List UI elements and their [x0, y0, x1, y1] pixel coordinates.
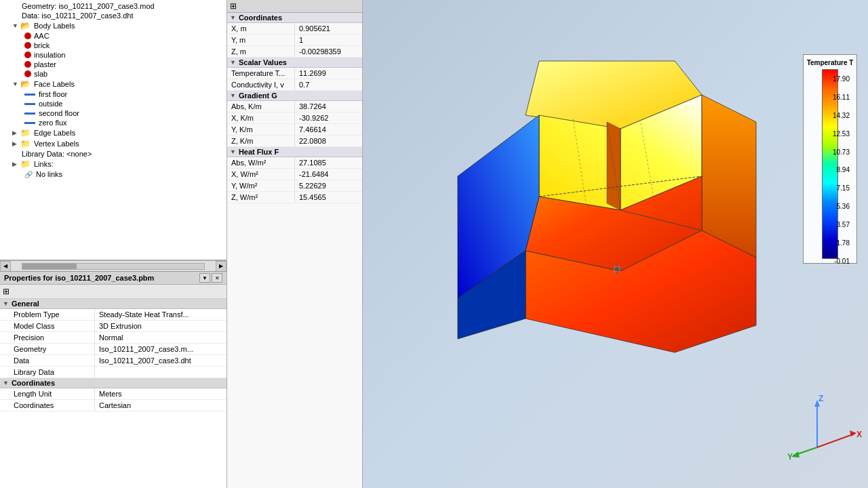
- tree-item-body-labels[interactable]: ▼📂Body Labels: [0, 20, 226, 31]
- data-key: X, m: [227, 23, 295, 34]
- blueline-icon: [24, 103, 35, 105]
- coordinate-axes: Z X Y: [783, 393, 865, 461]
- prop-icon: ⊞: [3, 287, 9, 296]
- tree-item-brick[interactable]: brick: [0, 41, 226, 50]
- data-val: -30.9262: [295, 113, 332, 123]
- prop-key: Length Unit: [0, 388, 95, 399]
- properties-header: Properties for iso_10211_2007_case3.pbm …: [0, 272, 226, 285]
- data-section-header[interactable]: ▼Heat Flux F: [227, 147, 362, 157]
- tree-item-outside[interactable]: outside: [0, 99, 226, 108]
- tree-item-insulation[interactable]: insulation: [0, 50, 226, 60]
- section-expand-icon: ▼: [3, 300, 9, 307]
- model-viewport-svg: [417, 41, 810, 447]
- data-val: 22.0808: [295, 136, 330, 146]
- folder-icon: 📂: [20, 21, 31, 30]
- prop-val: Meters: [95, 388, 126, 399]
- data-key: X, W/m²: [227, 169, 295, 180]
- prop-key: Coordinates: [0, 400, 95, 411]
- data-key: Abs, W/m²: [227, 157, 295, 168]
- data-val: 7.46614: [295, 124, 330, 135]
- tree-item-label: Geometry: iso_10211_2007_case3.mod: [22, 2, 155, 10]
- legend-value: 7.15: [833, 184, 850, 192]
- data-key: Y, m: [227, 35, 295, 45]
- tree-item-links[interactable]: ▶📁Links:: [0, 159, 226, 169]
- data-section-title: Heat Flux F: [239, 148, 279, 156]
- data-row: X, W/m²-21.6484: [227, 169, 362, 180]
- scrollbar-track[interactable]: [22, 263, 205, 270]
- data-expand-icon: ▼: [230, 148, 236, 155]
- tree-item-no-links[interactable]: 🔗No links: [0, 169, 226, 179]
- prop-key: Problem Type: [0, 309, 95, 320]
- tree-item-zero-flux[interactable]: zero flux: [0, 118, 226, 127]
- tree-area: Geometry: iso_10211_2007_case3.modData: …: [0, 0, 226, 260]
- tree-item-label: plaster: [34, 60, 56, 68]
- properties-title: Properties for iso_10211_2007_case3.pbm: [4, 274, 154, 282]
- data-row: Y, W/m²5.22629: [227, 180, 362, 192]
- tree-item-label: Body Labels: [34, 22, 75, 30]
- prop-dropdown-btn[interactable]: ▼: [199, 273, 210, 283]
- tree-item-vertex-labels[interactable]: ▶📁Vertex Labels: [0, 138, 226, 149]
- tree-item-slab[interactable]: slab: [0, 69, 226, 79]
- data-section-header[interactable]: ▼Coordinates: [227, 13, 362, 23]
- tree-item-first-floor[interactable]: first floor: [0, 89, 226, 99]
- legend-value: 8.94: [833, 166, 850, 174]
- tree-item-label: Edge Labels: [34, 129, 75, 137]
- tree-item-label: Face Labels: [34, 80, 75, 88]
- data-section-title: Gradient G: [239, 92, 277, 100]
- tree-item-geometry[interactable]: Geometry: iso_10211_2007_case3.mod: [0, 1, 226, 11]
- tree-item-label: Data: iso_10211_2007_case3.dht: [22, 12, 134, 20]
- data-row: Y, K/m7.46614: [227, 124, 362, 136]
- legend-value: 17.90: [833, 75, 850, 83]
- data-expand-icon: ▼: [230, 59, 236, 66]
- scrollbar-thumb[interactable]: [22, 264, 77, 269]
- colored-dot: [24, 42, 31, 49]
- data-row: X, K/m-30.9262: [227, 113, 362, 124]
- legend-value: 14.32: [833, 112, 850, 119]
- data-val: 5.22629: [295, 180, 330, 191]
- legend-value: 5.36: [833, 203, 850, 210]
- data-row: Z, m-0.00298359: [227, 46, 362, 58]
- colored-dot: [24, 70, 31, 77]
- tree-item-library-data[interactable]: Library Data: <none>: [0, 149, 226, 159]
- scroll-left-arrow[interactable]: ◀: [0, 261, 11, 272]
- data-key: Y, W/m²: [227, 180, 295, 191]
- tree-item-label: slab: [34, 70, 47, 78]
- colored-dot: [24, 52, 31, 58]
- data-section-header[interactable]: ▼Scalar Values: [227, 58, 362, 68]
- folder-icon: 📁: [20, 139, 31, 148]
- data-section-title: Scalar Values: [239, 58, 287, 66]
- prop-row: DataIso_10211_2007_case3.dht: [0, 355, 226, 367]
- legend-value: -0.01: [833, 258, 850, 265]
- tree-item-label: Library Data: <none>: [22, 150, 92, 158]
- data-row: Z, K/m22.0808: [227, 136, 362, 147]
- legend-value: 1.78: [833, 239, 850, 247]
- tree-item-face-labels[interactable]: ▼📂Face Labels: [0, 79, 226, 89]
- data-panel-header: ⊞: [227, 0, 362, 13]
- svg-text:Z: Z: [818, 394, 823, 403]
- prop-key: Data: [0, 355, 95, 366]
- folder-icon: 📁: [20, 128, 31, 138]
- data-section-header[interactable]: ▼Gradient G: [227, 91, 362, 101]
- tree-item-plaster[interactable]: plaster: [0, 60, 226, 69]
- data-panel: ⊞ ▼CoordinatesX, m0.905621Y, m1Z, m-0.00…: [227, 0, 363, 488]
- scroll-right-arrow[interactable]: ▶: [216, 261, 226, 272]
- legend-value: 3.57: [833, 221, 850, 228]
- link-icon: 🔗: [24, 171, 33, 178]
- tree-item-data[interactable]: Data: iso_10211_2007_case3.dht: [0, 11, 226, 20]
- tree-scrollbar[interactable]: ◀ ▶: [0, 260, 226, 271]
- data-row: Y, m1: [227, 35, 362, 46]
- data-key: X, K/m: [227, 113, 295, 123]
- viewport[interactable]: Z X Y Temperature T 17.9016.1114.3212.53…: [363, 0, 868, 488]
- prop-row: PrecisionNormal: [0, 332, 226, 344]
- prop-close-btn[interactable]: ✕: [212, 273, 222, 283]
- prop-section-header[interactable]: ▼General: [0, 299, 226, 309]
- blueline-icon: [24, 122, 35, 124]
- tree-item-label: Links:: [34, 160, 54, 168]
- properties-icon-row: ⊞: [0, 285, 226, 299]
- tree-item-edge-labels[interactable]: ▶📁Edge Labels: [0, 127, 226, 138]
- section-title: General: [12, 300, 39, 308]
- prop-key: Library Data: [0, 367, 95, 378]
- prop-section-header[interactable]: ▼Coordinates: [0, 378, 226, 388]
- tree-item-aac[interactable]: AAC: [0, 31, 226, 41]
- tree-item-second-floor[interactable]: second floor: [0, 108, 226, 118]
